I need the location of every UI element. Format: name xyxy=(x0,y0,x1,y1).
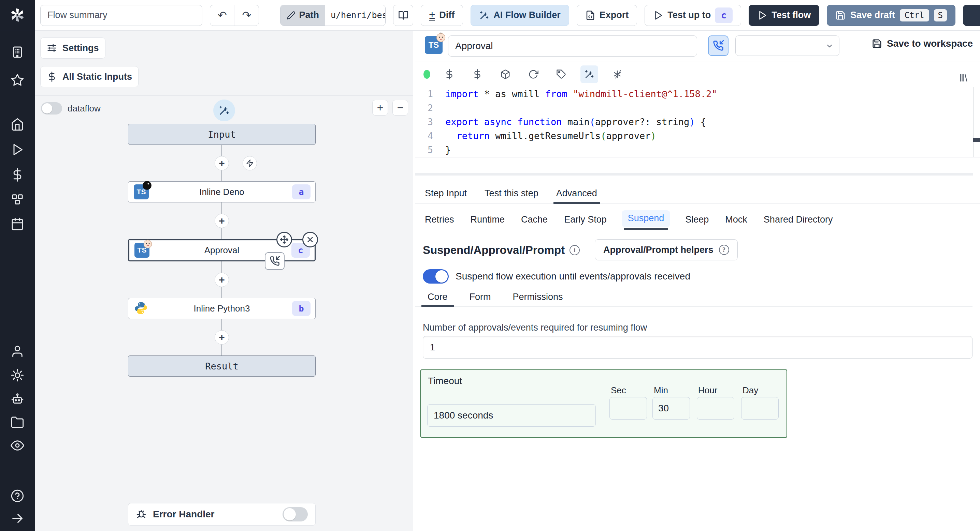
template-select[interactable] xyxy=(735,35,839,56)
all-static-inputs-button[interactable]: All Static Inputs xyxy=(40,66,138,87)
flow-node-inline-python3[interactable]: Inline Python3b xyxy=(128,298,316,319)
delete-node-button[interactable] xyxy=(302,232,318,247)
test-up-to-button[interactable]: Test up toc xyxy=(644,5,741,26)
timeout-min-input[interactable] xyxy=(652,397,690,420)
diff-button[interactable]: ±Diff xyxy=(421,5,463,26)
undo-button[interactable]: ↶ xyxy=(210,5,234,25)
timeout-unit-sec: Sec xyxy=(609,385,647,420)
reset-button[interactable] xyxy=(525,65,542,83)
redo-button[interactable]: ↷ xyxy=(234,5,259,25)
graph-ai-wand-button[interactable] xyxy=(213,100,235,121)
error-handler-label: Error Handler xyxy=(153,509,277,520)
workers-robot-icon[interactable] xyxy=(10,391,25,407)
code-editor[interactable]: 1import * as wmill from "windmill-client… xyxy=(415,87,980,157)
ai-assist-wand-button[interactable] xyxy=(581,65,598,83)
home-icon[interactable] xyxy=(10,117,25,132)
windmill-logo[interactable] xyxy=(0,0,35,30)
flow-graph-canvas[interactable]: dataflow + − Input+TSInline Denoa+TSAppr… xyxy=(35,95,413,531)
resources-cubes-icon[interactable] xyxy=(10,192,25,207)
tab-test-this-step[interactable]: Test this step xyxy=(483,185,540,203)
tab-mock[interactable]: Mock xyxy=(724,212,749,230)
expand-arrow-icon[interactable] xyxy=(10,510,25,526)
code-line: 1import * as wmill from "windmill-client… xyxy=(415,87,980,101)
step-id-badge: c xyxy=(715,8,733,23)
timeout-day-input[interactable] xyxy=(741,397,779,420)
step-tabs: Step InputTest this stepAdvanced xyxy=(415,187,980,204)
flow-settings-button[interactable]: Settings xyxy=(40,38,105,59)
flow-node-result[interactable]: Result xyxy=(128,355,316,377)
deno-language-icon: TS xyxy=(134,184,149,200)
ai-flow-builder-button[interactable]: AI Flow Builder xyxy=(471,5,569,26)
tab-core[interactable]: Core xyxy=(423,290,452,306)
library-panel-button[interactable] xyxy=(954,69,972,87)
insert-step-button[interactable]: + xyxy=(215,330,229,345)
save-to-workspace-button[interactable]: Save to workspace xyxy=(872,38,973,49)
runs-play-icon[interactable] xyxy=(10,142,25,157)
tab-permissions[interactable]: Permissions xyxy=(508,290,568,306)
timeout-sec-input[interactable] xyxy=(609,397,647,420)
move-node-button[interactable] xyxy=(277,232,292,247)
deploy-button-clipped[interactable] xyxy=(963,5,980,26)
path-button[interactable]: Path u/henri/bes xyxy=(280,5,386,26)
add-trigger-button[interactable] xyxy=(243,156,257,170)
approvals-count-input[interactable] xyxy=(423,336,972,358)
schedules-calendar-icon[interactable] xyxy=(10,216,25,232)
workspace-building-icon[interactable] xyxy=(10,44,25,60)
zoom-in-button[interactable]: + xyxy=(372,100,388,116)
tag-button[interactable] xyxy=(552,65,570,83)
dataflow-row: dataflow xyxy=(41,102,101,114)
flow-node-inline-deno[interactable]: TSInline Denoa xyxy=(128,181,316,203)
settings-gear-icon[interactable] xyxy=(10,368,25,383)
tab-advanced[interactable]: Advanced xyxy=(555,185,598,203)
tab-step-input[interactable]: Step Input xyxy=(423,185,468,203)
flow-node-approval[interactable]: TSApprovalc xyxy=(128,239,316,262)
flow-node-input[interactable]: Input xyxy=(128,124,316,145)
tab-sleep[interactable]: Sleep xyxy=(684,212,710,230)
sidebar-divider xyxy=(0,103,35,103)
ai-flow-builder-label: AI Flow Builder xyxy=(493,10,561,21)
zoom-out-button[interactable]: − xyxy=(392,100,408,116)
tab-cache[interactable]: Cache xyxy=(520,212,549,230)
dollar-icon xyxy=(472,69,482,79)
flow-summary-input[interactable] xyxy=(40,5,202,26)
folders-icon[interactable] xyxy=(10,414,25,430)
insert-step-button[interactable]: + xyxy=(215,156,229,170)
audit-eye-icon[interactable] xyxy=(10,437,25,453)
error-handler-node[interactable]: Error Handler xyxy=(128,503,316,526)
help-icon[interactable] xyxy=(10,488,25,504)
approval-phone-button[interactable] xyxy=(708,35,729,56)
phone-incoming-icon xyxy=(270,256,280,266)
test-flow-button[interactable]: Test flow xyxy=(749,5,819,26)
tab-form[interactable]: Form xyxy=(465,290,496,306)
resources-dollar-button[interactable] xyxy=(468,65,486,83)
step-name-input[interactable] xyxy=(448,35,697,57)
users-icon[interactable] xyxy=(10,344,25,359)
info-icon[interactable]: i xyxy=(570,245,580,255)
package-button[interactable] xyxy=(496,65,514,83)
suspend-toggle[interactable] xyxy=(423,269,449,284)
export-button[interactable]: Export xyxy=(577,5,637,26)
approval-prompt-helpers-button[interactable]: Approval/Prompt helpers ? xyxy=(595,239,738,260)
tab-suspend[interactable]: Suspend xyxy=(622,210,670,227)
favorites-star-icon[interactable] xyxy=(10,72,25,88)
variables-dollar-icon[interactable] xyxy=(10,167,25,183)
dataflow-toggle[interactable] xyxy=(41,102,62,114)
path-label: Path xyxy=(299,10,319,21)
tab-retries[interactable]: Retries xyxy=(423,212,455,230)
tab-runtime[interactable]: Runtime xyxy=(469,212,506,230)
save-draft-button[interactable]: Save draftCtrlS xyxy=(827,5,955,26)
tab-early-stop[interactable]: Early Stop xyxy=(563,212,608,230)
tab-shared-directory[interactable]: Shared Directory xyxy=(762,212,834,230)
error-handler-toggle[interactable] xyxy=(283,507,308,521)
docs-book-button[interactable] xyxy=(393,5,413,26)
timeout-section: Timeout SecMinHourDay xyxy=(420,369,787,437)
wand-icon xyxy=(584,69,594,79)
insert-step-button[interactable]: + xyxy=(215,214,229,228)
regenerate-button[interactable] xyxy=(608,65,626,83)
insert-step-button[interactable]: + xyxy=(215,273,229,287)
timeout-unit-label: Hour xyxy=(697,385,734,396)
edge-connector: + xyxy=(128,319,316,355)
variables-dollar-button[interactable] xyxy=(441,65,458,83)
timeout-summary-input[interactable] xyxy=(427,404,596,427)
timeout-hour-input[interactable] xyxy=(697,397,734,420)
